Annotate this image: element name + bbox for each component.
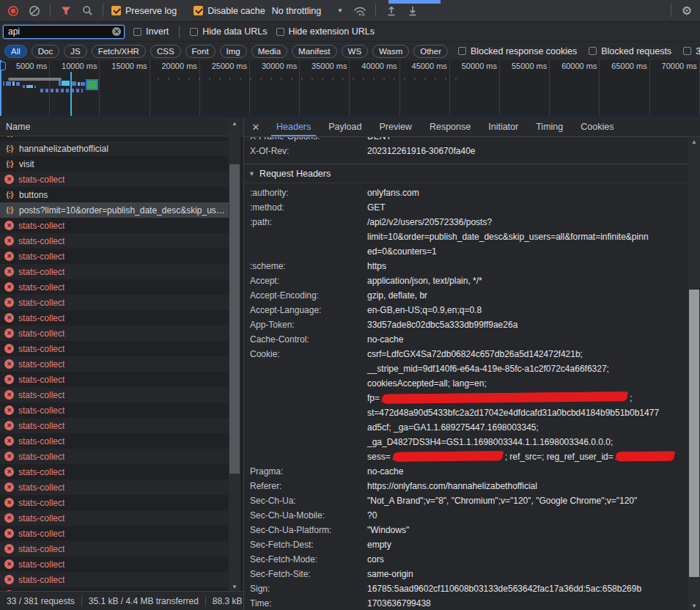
filter-pill-js[interactable]: JS [64,45,86,58]
request-row[interactable]: ✕stats-collect [0,479,229,495]
header-value-text: same-origin [367,569,413,579]
request-row[interactable]: {:}hannahelizabethofficial [0,141,229,156]
overview-selection-grip[interactable] [0,62,6,70]
request-headers-section-header[interactable]: ▼ Request Headers [244,164,700,183]
filter-pill-ws[interactable]: WS [342,45,369,58]
scrollbar-thumb[interactable] [229,164,240,474]
request-row[interactable]: ✕stats-collect [0,556,229,572]
scroll-up-icon[interactable]: ▲ [229,119,240,128]
request-row[interactable]: {:}visit [0,156,229,172]
failed-request-icon: ✕ [4,482,14,492]
checkbox-unchecked-icon[interactable] [133,28,141,36]
checkbox-unchecked-icon[interactable] [589,47,597,55]
checkbox-unchecked-icon[interactable] [276,28,284,36]
invert-checkbox[interactable]: Invert [133,26,169,37]
hide-data-urls-checkbox[interactable]: Hide data URLs [190,26,267,37]
tab-timing[interactable]: Timing [527,117,572,136]
tab-payload[interactable]: Payload [320,117,370,136]
header-value-line: https://onlyfans.com/hannahelizabethoffi… [367,479,537,493]
tab-response[interactable]: Response [421,117,479,136]
header-name: Sec-Ch-Ua: [244,493,367,508]
filter-pill-other[interactable]: Other [413,45,448,58]
scroll-down-icon[interactable]: ▼ [688,601,700,610]
filter-pill-font[interactable]: Font [185,45,215,58]
request-row[interactable]: ✕stats-collect [0,464,229,479]
waterfall-screenshot-thumb [86,79,98,90]
clear-icon[interactable] [27,4,42,18]
tab-cookies[interactable]: Cookies [572,117,622,136]
request-row[interactable]: ✕stats-collect [0,295,229,310]
checkbox-unchecked-icon[interactable] [190,28,198,36]
filter-search-input[interactable] [7,26,112,37]
scrollbar-thumb[interactable] [689,290,699,577]
request-row[interactable]: ✕stats-collect [0,172,229,187]
filter-pill-img[interactable]: Img [220,45,247,58]
request-row[interactable]: ✕stats-collect [0,541,229,556]
request-row[interactable]: ✕stats-collect [0,326,229,341]
request-row[interactable]: ✕stats-collect [0,387,229,403]
close-icon[interactable]: ✕ [244,117,268,136]
request-row[interactable]: ✕stats-collect [0,418,229,433]
request-row[interactable]: {:}posts?limit=10&order=publish_date_des… [0,202,229,218]
details-scrollbar[interactable]: ▲ ▼ [688,137,700,610]
checkbox-unchecked-icon[interactable] [683,47,691,55]
clear-search-icon[interactable]: ✕ [112,27,121,36]
filter-pill-doc[interactable]: Doc [32,45,59,58]
scroll-down-icon[interactable]: ▼ [229,582,240,591]
filter-check-blocked-requests[interactable]: Blocked requests [589,46,671,56]
tab-initiator[interactable]: Initiator [479,117,527,136]
request-row[interactable]: ✕stats-collect [0,433,229,449]
header-value-line: __stripe_mid=9df140f6-e64a-419e-85fc-a1c… [367,361,677,376]
name-column-header[interactable]: Name [0,117,243,136]
checkbox-checked-icon[interactable] [111,6,121,15]
search-icon[interactable] [80,4,95,18]
request-row[interactable]: ✕stats-collect [0,279,229,295]
filter-pill-css[interactable]: CSS [150,45,181,58]
filter-icon[interactable] [59,4,73,18]
request-row[interactable]: ✕stats-collect [0,218,229,233]
throttling-dropdown[interactable]: No throttling ▼ [272,6,343,16]
request-row[interactable]: ✕stats-collect [0,341,229,356]
filter-check-3rd-party-requests[interactable]: 3rd-party requests [683,46,700,56]
filter-pill-media[interactable]: Media [251,45,287,58]
request-row[interactable]: ✕stats-collect [0,526,229,541]
hide-extension-urls-checkbox[interactable]: Hide extension URLs [276,26,375,37]
import-har-icon[interactable] [384,4,399,18]
request-row[interactable]: ✕stats-collect [0,356,229,372]
request-row[interactable]: ✕stats-collect [0,264,229,279]
request-row[interactable]: ✕stats-collect [0,310,229,326]
filter-pill-manifest[interactable]: Manifest [292,45,336,58]
filter-searchbox[interactable]: ✕ [3,25,125,39]
checkbox-checked-icon[interactable] [194,6,203,15]
filter-pill-all[interactable]: All [4,45,27,58]
settings-gear-icon[interactable]: ⚙ [679,4,694,18]
filter-pill-fetch-xhr[interactable]: Fetch/XHR [92,45,146,58]
disable-cache-checkbox[interactable]: Disable cache [194,6,265,16]
header-value: application/json, text/plain, */* [367,273,482,288]
filter-check-blocked-response-cookies[interactable]: Blocked response cookies [458,46,577,56]
request-row[interactable]: ✕stats-collect [0,403,229,418]
throttling-value: No throttling [272,6,321,16]
network-overview-timeline[interactable]: 5000 ms10000 ms15000 ms20000 ms25000 ms3… [0,60,700,117]
filter-pill-wasm[interactable]: Wasm [372,45,409,58]
header-row: App-Token:33d57ade8c02dbc5a333db99ff9ae2… [244,317,700,332]
request-row[interactable]: ✕stats-collect [0,572,229,587]
checkbox-unchecked-icon[interactable] [458,47,466,55]
preserve-log-checkbox[interactable]: Preserve log [111,6,177,16]
network-conditions-icon[interactable] [353,4,367,18]
request-list-scrollbar[interactable]: ▲ ▼ [229,119,240,591]
header-name: Time: [244,596,367,610]
json-request-icon: {:} [4,191,15,199]
scroll-up-icon[interactable]: ▲ [688,137,700,146]
request-row[interactable]: ✕stats-collect [0,372,229,387]
request-row[interactable]: ✕stats-collect [0,510,229,526]
request-row[interactable]: ✕stats-collect [0,249,229,264]
tab-headers[interactable]: Headers [268,117,320,136]
request-row[interactable]: ✕stats-collect [0,449,229,464]
request-row[interactable]: {:}buttons [0,187,229,202]
tab-preview[interactable]: Preview [370,117,420,136]
record-stop-icon[interactable] [6,4,21,18]
export-har-icon[interactable] [405,4,420,18]
request-row[interactable]: ✕stats-collect [0,233,229,249]
request-row[interactable]: ✕stats-collect [0,495,229,510]
